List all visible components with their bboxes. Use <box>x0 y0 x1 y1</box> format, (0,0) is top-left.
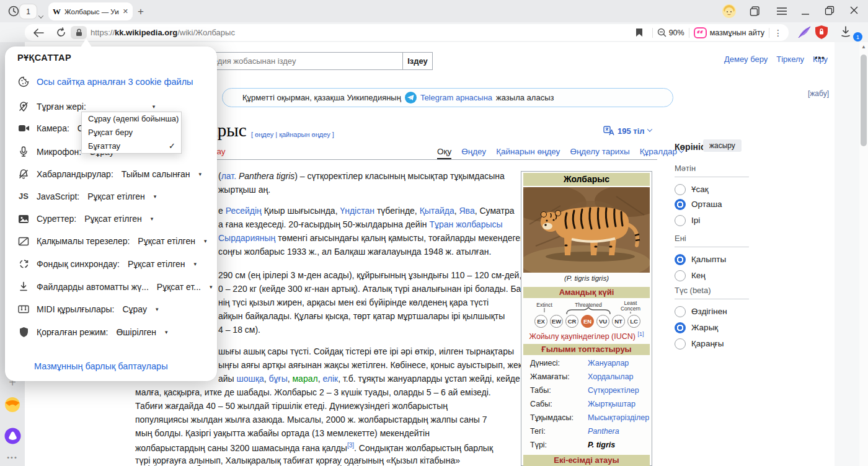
caret-down-icon[interactable]: ▾ <box>151 216 154 222</box>
dropdown-option[interactable]: Бұғаттау✓ <box>82 139 181 153</box>
banner-close-link[interactable]: [жабу] <box>808 89 829 98</box>
caret-down-icon[interactable]: ▾ <box>153 103 156 110</box>
wiki-search-button[interactable]: Іздеу <box>402 52 433 70</box>
tab-оқу[interactable]: Оқу <box>437 147 451 159</box>
radio-қараңғы[interactable] <box>675 338 686 350</box>
wiki-link[interactable]: лат. <box>221 171 236 181</box>
radio-ірі[interactable] <box>675 215 686 226</box>
appearance-hide-button[interactable]: жасыру <box>703 139 742 152</box>
iucn-status-link[interactable]: Жойылу қаупіндегілер (IUCN) [1] <box>521 331 652 341</box>
taxonomy-value[interactable]: Жыртқыштар <box>588 400 636 408</box>
window-minimize-button[interactable] <box>801 7 810 18</box>
permission-value[interactable]: Тыйым салынған <box>122 169 190 179</box>
wiki-link[interactable]: Ресейдің <box>226 206 262 216</box>
tab-list-chevron-icon[interactable] <box>39 10 43 21</box>
reference-link[interactable]: [3] <box>347 442 354 449</box>
wiki-user-more[interactable]: ••• <box>815 53 825 63</box>
read-aloud-button[interactable]: мазмұнын айту <box>694 27 764 38</box>
wiki-link[interactable]: Тұран жолбарысы <box>429 219 502 229</box>
url-text[interactable]: https://kk.wikipedia.org/wiki/Жолбарыс <box>91 28 235 37</box>
taxonomy-value[interactable]: Сүтқоректілер <box>588 386 639 395</box>
permission-value[interactable]: Рұқсат етілген <box>84 214 142 224</box>
taxonomy-value[interactable]: Мысықтәрізділер <box>588 413 649 422</box>
language-selector[interactable]: 195 тіл <box>603 126 652 136</box>
tab-counter[interactable]: 1 <box>20 4 37 19</box>
profile-avatar[interactable] <box>722 4 737 20</box>
browser-tab[interactable]: W Жолбарыс — Уикипеди ✕ <box>48 2 133 20</box>
new-tab-button[interactable]: + <box>138 6 144 18</box>
yandex-service-icon[interactable] <box>0 397 25 415</box>
scrollbar-up-arrow[interactable]: ▲ <box>860 44 867 50</box>
tab-қайнарын-өңдеу[interactable]: Қайнарын өңдеу <box>496 147 560 156</box>
permission-value[interactable]: Рұқсат етілген <box>128 259 185 269</box>
wiki-search-input[interactable] <box>186 52 403 70</box>
caret-down-icon[interactable]: ▾ <box>210 284 213 290</box>
window-close-button[interactable] <box>849 6 859 17</box>
yandex-pen-extension-icon[interactable] <box>797 25 812 42</box>
telegram-banner[interactable]: Құрметті оқырман, қазақша Уикипедияның T… <box>222 88 673 107</box>
permission-row[interactable]: JSJavaScript:Рұқсат етілген▾ <box>17 191 156 201</box>
tab-close-icon[interactable]: ✕ <box>123 7 128 15</box>
wiki-link[interactable]: Ява <box>459 206 474 216</box>
tab-өңдеу[interactable]: Өңдеу <box>461 147 486 156</box>
cookies-row[interactable]: Осы сайтқа арналған 3 cookie файлы <box>17 76 193 87</box>
user-link[interactable]: Тіркелу <box>776 55 804 64</box>
wiki-link[interactable]: шошқа <box>237 374 264 384</box>
permission-row[interactable]: Хабарландырулар:Тыйым салынған▾ <box>17 169 202 180</box>
permission-row[interactable]: Суреттер:Рұқсат етілген▾ <box>17 214 153 224</box>
downloads-icon[interactable] <box>839 25 852 40</box>
cookies-link[interactable]: Осы сайтқа арналған 3 cookie файлы <box>37 77 193 87</box>
permission-row[interactable]: MIDI құрылғылары:Сұрау▾ <box>17 304 159 314</box>
permission-row[interactable]: Қалқымалы терезелер:Рұқсат етілген▾ <box>17 236 206 246</box>
permission-value[interactable]: Өшірілген <box>116 327 156 337</box>
caret-down-icon[interactable]: ▾ <box>204 238 207 244</box>
reload-icon[interactable] <box>52 24 69 41</box>
caret-down-icon[interactable]: ▾ <box>194 261 197 267</box>
tiger-image[interactable] <box>523 187 650 273</box>
all-content-settings-link[interactable]: Мазмұнның барлық баптаулары <box>34 361 168 371</box>
address-bar[interactable]: https://kk.wikipedia.org/wiki/Жолбарыс 9… <box>25 24 789 41</box>
wiki-link-green[interactable]: марал <box>292 374 317 384</box>
side-panels-icon[interactable] <box>749 5 761 19</box>
taxonomy-value[interactable]: Жануарлар <box>588 359 629 367</box>
radio-орташа[interactable] <box>675 199 686 210</box>
menu-hamburger-icon[interactable] <box>776 7 787 17</box>
alice-assistant-icon[interactable] <box>0 428 25 447</box>
wiki-link[interactable]: елік <box>322 374 338 384</box>
radio-ұсақ[interactable] <box>675 184 686 195</box>
permission-value[interactable]: Рұқсат ет... <box>157 282 201 292</box>
caret-down-icon[interactable]: ▾ <box>154 193 157 200</box>
caret-down-icon[interactable]: ▾ <box>165 329 168 335</box>
bookmark-icon[interactable] <box>631 24 648 41</box>
taxonomy-value[interactable]: Хордалылар <box>588 372 634 381</box>
site-lock-icon[interactable] <box>71 26 87 39</box>
dropdown-option[interactable]: Сұрау (әдепкі бойынша) <box>82 112 181 126</box>
page-zoom-control[interactable]: 90% <box>657 28 684 37</box>
radio-өздігінен[interactable] <box>675 306 686 317</box>
caret-down-icon[interactable]: ▾ <box>156 306 159 312</box>
permission-row[interactable]: Фондық синхрондау:Рұқсат етілген▾ <box>17 259 197 270</box>
tab-өңделу-тарихы[interactable]: Өңделу тарихы <box>570 147 629 156</box>
radio-жарық[interactable] <box>675 322 686 333</box>
adblock-shield-icon[interactable] <box>815 25 828 42</box>
title-edit-links[interactable]: [ өңдеу | қайнарын өңдеу ] <box>251 131 334 138</box>
sidebar-more-icon[interactable]: ••• <box>0 454 25 461</box>
wiki-link[interactable]: Үндістан <box>340 206 374 216</box>
back-icon[interactable] <box>30 24 47 41</box>
permission-row[interactable]: Тұрған жері:▾ <box>17 101 155 112</box>
permission-value[interactable]: Рұқсат етілген <box>138 236 195 246</box>
permission-row[interactable]: Файлдарды автоматты жү...Рұқсат ет...▾ <box>17 281 212 292</box>
scrollbar-thumb[interactable] <box>861 55 867 146</box>
user-link[interactable]: Демеу беру <box>724 55 768 64</box>
address-bar-more-icon[interactable]: ⋮ <box>774 28 782 38</box>
permission-value[interactable]: Рұқсат етілген <box>87 191 145 201</box>
dropdown-option[interactable]: Рұқсат беру <box>82 126 181 139</box>
caret-down-icon[interactable]: ▾ <box>199 171 202 177</box>
radio-қалыпты[interactable] <box>675 254 686 265</box>
wiki-link[interactable]: бұғы <box>269 374 288 384</box>
radio-кең[interactable] <box>675 270 686 281</box>
telegram-channel-link[interactable]: Telegram арнасына <box>420 93 492 102</box>
permission-row[interactable]: Қорғалған режим:Өшірілген▾ <box>17 327 168 338</box>
wiki-link[interactable]: Сырдарияның <box>218 233 275 243</box>
window-restore-button[interactable] <box>825 6 835 17</box>
